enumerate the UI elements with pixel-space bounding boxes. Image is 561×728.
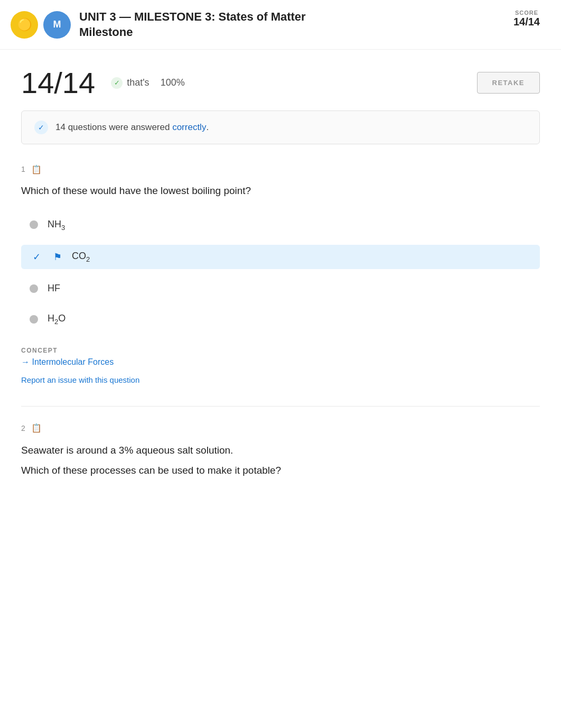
- score-block: SCORE 14/14: [513, 10, 540, 28]
- section-divider: [21, 406, 540, 407]
- percent-text: 100%: [161, 77, 185, 88]
- concept-link[interactable]: → Intermolecular Forces: [21, 357, 540, 367]
- question-2-text-line2: Which of these processes can be used to …: [21, 463, 540, 478]
- question-2-number-row: 2 📋: [21, 422, 540, 434]
- score-summary: 14/14 ✓ that's 100% RETAKE: [21, 66, 540, 100]
- question-1-options: NH3 ✓ ⚑ CO2 HF H2O: [21, 214, 540, 331]
- big-score: 14/14: [21, 66, 95, 100]
- banner-check-symbol: ✓: [38, 123, 44, 132]
- report-issue-link[interactable]: Report an issue with this question: [21, 375, 139, 384]
- blue-icon-symbol: M: [53, 19, 61, 30]
- banner-correctly: correctly: [172, 122, 206, 132]
- answered-banner: ✓ 14 questions were answered correctly.: [21, 110, 540, 144]
- retake-button[interactable]: RETAKE: [477, 72, 540, 94]
- yellow-icon-symbol: 🟡: [17, 18, 32, 32]
- thats-text: that's: [127, 77, 149, 88]
- question-1-text: Which of these would have the lowest boi…: [21, 183, 540, 199]
- question-2-text-line1: Seawater is around a 3% aqueous salt sol…: [21, 443, 540, 458]
- correct-flag-icon: ⚑: [51, 250, 64, 264]
- page-title: UNIT 3 — MILESTONE 3: States of Matter M…: [79, 10, 306, 40]
- score-value: 14/14: [513, 16, 540, 28]
- option-hf-label: HF: [48, 283, 60, 294]
- question-1-number: 1: [21, 165, 25, 173]
- option-h2o-indicator: [30, 315, 38, 324]
- banner-check-icon: ✓: [34, 121, 48, 134]
- question-2-number: 2: [21, 424, 25, 432]
- option-co2-row: ✓ ⚑ CO2: [30, 250, 90, 264]
- option-nh3[interactable]: NH3: [21, 214, 540, 237]
- title-line1: UNIT 3 — MILESTONE 3: States of Matter: [79, 10, 306, 23]
- option-co2-label: CO2: [72, 251, 90, 263]
- check-icon: ✓: [111, 77, 123, 89]
- banner-suffix: .: [206, 122, 209, 132]
- main-content: 14/14 ✓ that's 100% RETAKE ✓ 14 question…: [0, 50, 561, 515]
- option-h2o[interactable]: H2O: [21, 308, 540, 331]
- check-symbol: ✓: [114, 79, 120, 87]
- option-hf-indicator: [30, 284, 38, 293]
- concept-label: CONCEPT: [21, 347, 540, 354]
- option-nh3-indicator: [30, 220, 38, 229]
- question-1-number-row: 1 📋: [21, 163, 540, 175]
- question-1-doc-icon: 📋: [31, 163, 42, 175]
- unit-icon-yellow: 🟡: [11, 11, 38, 39]
- option-h2o-label: H2O: [48, 313, 66, 326]
- title-line2: Milestone: [79, 25, 133, 39]
- header-icons: 🟡 M: [11, 11, 71, 39]
- banner-text: 14 questions were answered correctly.: [55, 122, 209, 133]
- correct-check-icon: ✓: [30, 250, 43, 264]
- question-2-block: 2 📋 Seawater is around a 3% aqueous salt…: [21, 422, 540, 479]
- question-2-doc-icon: 📋: [31, 422, 42, 434]
- option-hf[interactable]: HF: [21, 278, 540, 299]
- hundred-percent-block: ✓ that's 100%: [111, 77, 185, 89]
- score-label: SCORE: [513, 10, 540, 16]
- header: 🟡 M UNIT 3 — MILESTONE 3: States of Matt…: [0, 0, 561, 50]
- option-co2[interactable]: ✓ ⚑ CO2: [21, 245, 540, 269]
- unit-icon-blue: M: [43, 11, 71, 39]
- option-nh3-label: NH3: [48, 219, 65, 232]
- banner-prefix: 14 questions were answered: [55, 122, 170, 132]
- question-1-block: 1 📋 Which of these would have the lowest…: [21, 163, 540, 385]
- concept-section: CONCEPT → Intermolecular Forces Report a…: [21, 347, 540, 385]
